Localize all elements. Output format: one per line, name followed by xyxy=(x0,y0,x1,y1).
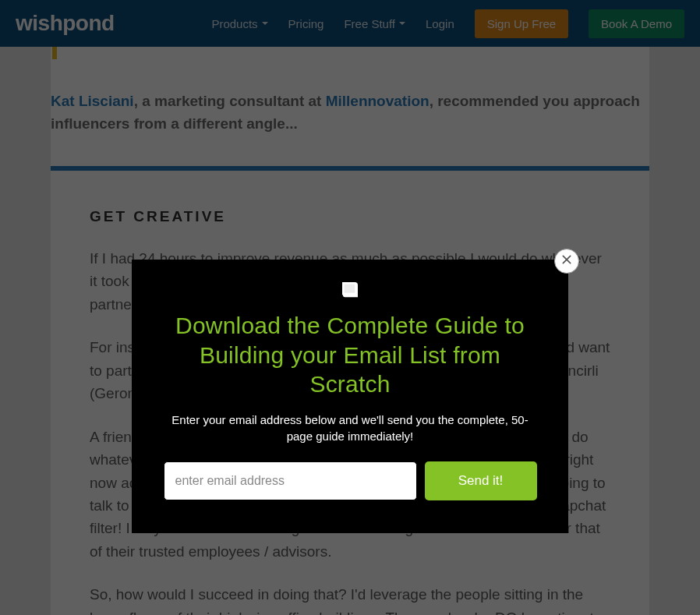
email-input[interactable] xyxy=(164,461,417,500)
modal-form: Send it! xyxy=(163,461,537,500)
close-icon xyxy=(560,253,573,269)
send-button[interactable]: Send it! xyxy=(425,461,537,500)
email-capture-modal: Download the Complete Guide to Building … xyxy=(132,260,568,533)
modal-title: Download the Complete Guide to Building … xyxy=(163,311,537,399)
book-icon xyxy=(163,278,537,305)
modal-subtitle: Enter your email address below and we'll… xyxy=(163,412,537,444)
close-button[interactable] xyxy=(554,249,579,274)
